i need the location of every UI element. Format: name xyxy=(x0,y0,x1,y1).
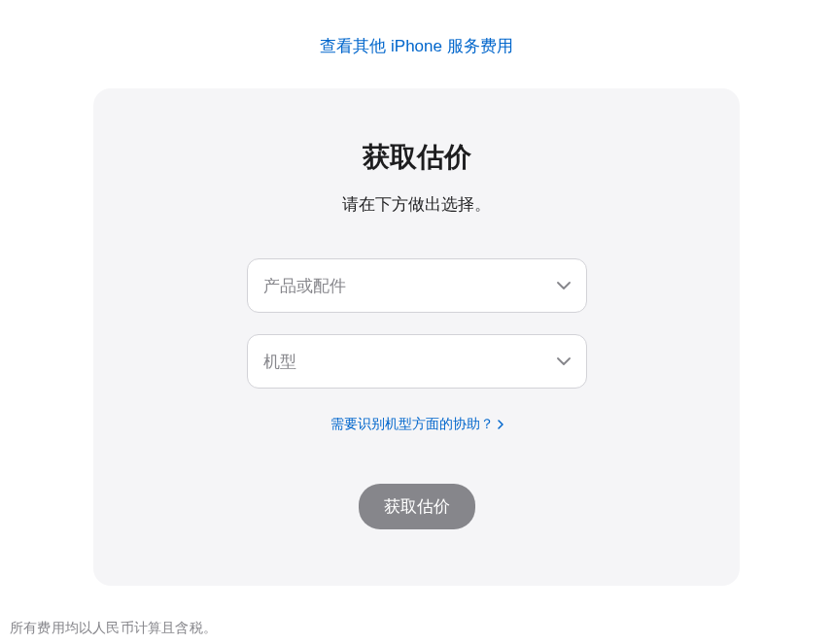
chevron-down-icon xyxy=(557,282,571,289)
top-link-wrapper: 查看其他 iPhone 服务费用 xyxy=(10,0,823,88)
model-select[interactable]: 机型 xyxy=(247,334,587,389)
card-title: 获取估价 xyxy=(132,139,701,176)
estimate-card: 获取估价 请在下方做出选择。 产品或配件 机型 需要识别机型方面的协助？ xyxy=(93,88,740,586)
model-select-placeholder: 机型 xyxy=(263,351,296,373)
help-link-label: 需要识别机型方面的协助？ xyxy=(330,416,494,433)
footer-text: 所有费用均以人民币计算且含税。 截至 2023 年 2 月底，保外电池服务的费用… xyxy=(10,586,823,644)
product-select[interactable]: 产品或配件 xyxy=(247,258,587,313)
footer-line1: 所有费用均以人民币计算且含税。 xyxy=(10,615,823,641)
chevron-down-icon xyxy=(557,357,571,365)
chevron-right-icon xyxy=(498,417,503,432)
identify-model-help-link[interactable]: 需要识别机型方面的协助？ xyxy=(330,416,503,433)
model-select-wrapper: 机型 xyxy=(247,334,587,389)
card-subtitle: 请在下方做出选择。 xyxy=(132,193,701,216)
product-select-wrapper: 产品或配件 xyxy=(247,258,587,313)
view-other-services-link[interactable]: 查看其他 iPhone 服务费用 xyxy=(320,37,512,55)
get-estimate-button[interactable]: 获取估价 xyxy=(359,484,475,529)
product-select-placeholder: 产品或配件 xyxy=(263,275,346,297)
